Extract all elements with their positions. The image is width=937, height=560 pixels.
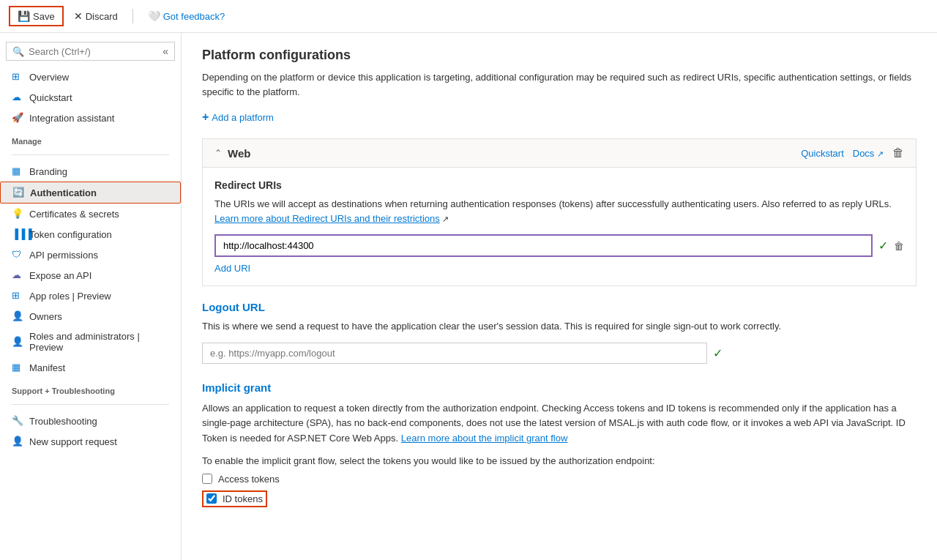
access-tokens-label: Access tokens: [218, 474, 280, 485]
branding-icon: ▦: [12, 165, 23, 177]
sidebar: 🔍 « ⊞ Overview ☁ Quickstart 🚀 Integratio…: [0, 33, 182, 560]
expose-api-icon: ☁: [12, 269, 23, 281]
quickstart-icon: ☁: [12, 92, 23, 103]
support-section-header: Support + Troubleshooting: [0, 378, 181, 398]
add-platform-button[interactable]: + Add a platform: [202, 111, 274, 124]
web-delete-button[interactable]: 🗑: [892, 146, 904, 160]
docs-external-icon: ↗: [877, 149, 884, 158]
collapse-button[interactable]: «: [163, 45, 168, 57]
web-section-body: Redirect URIs The URIs we will accept as…: [203, 168, 916, 285]
sidebar-item-label: App roles | Preview: [29, 291, 111, 302]
redirect-uris-desc: The URIs we will accept as destinations …: [214, 197, 904, 225]
sidebar-item-label: Owners: [29, 311, 62, 322]
web-section-header: ⌃ Web Quickstart Docs ↗ 🗑: [203, 139, 916, 168]
sidebar-item-label: New support request: [29, 436, 117, 447]
redirect-learn-more-link[interactable]: Learn more about Redirect URIs and their…: [214, 213, 440, 224]
save-icon: 💾: [18, 10, 30, 22]
sidebar-item-label: Branding: [29, 166, 67, 177]
feedback-button[interactable]: 🤍 Got feedback?: [141, 7, 233, 25]
add-uri-button[interactable]: Add URI: [214, 263, 250, 274]
api-perm-icon: 🛡: [12, 249, 23, 261]
logout-url-section: Logout URL This is where we send a reque…: [202, 301, 917, 364]
access-tokens-row: Access tokens: [202, 474, 917, 485]
owners-icon: 👤: [12, 310, 23, 322]
save-label: Save: [33, 11, 55, 22]
sidebar-item-expose-api[interactable]: ☁ Expose an API: [0, 265, 181, 285]
id-tokens-row: ID tokens: [202, 490, 267, 507]
sidebar-item-manifest[interactable]: ▦ Manifest: [0, 357, 181, 378]
toolbar-separator: [132, 9, 133, 23]
uri-delete-button[interactable]: 🗑: [894, 240, 904, 252]
sidebar-item-label: Roles and administrators | Preview: [29, 331, 169, 353]
troubleshooting-icon: 🔧: [12, 415, 23, 427]
main-content: Platform configurations Depending on the…: [182, 33, 937, 560]
save-button[interactable]: 💾 Save: [9, 6, 64, 26]
manage-section-header: Manage: [0, 128, 181, 149]
search-icon: 🔍: [12, 46, 24, 57]
sidebar-item-new-support[interactable]: 👤 New support request: [0, 431, 181, 452]
id-tokens-checkbox[interactable]: [206, 493, 217, 504]
sidebar-item-label: Quickstart: [29, 92, 72, 103]
logout-url-input[interactable]: [202, 343, 707, 364]
feedback-label: Got feedback?: [163, 11, 225, 22]
authentication-icon: 🔄: [12, 187, 24, 198]
implicit-grant-question: To enable the implicit grant flow, selec…: [202, 455, 917, 466]
feedback-icon: 🤍: [148, 10, 160, 22]
web-quickstart-link[interactable]: Quickstart: [801, 148, 844, 159]
sidebar-item-quickstart[interactable]: ☁ Quickstart: [0, 87, 181, 108]
sidebar-item-label: Token configuration: [29, 229, 112, 240]
discard-button[interactable]: ✕ Discard: [67, 7, 125, 25]
sidebar-item-branding[interactable]: ▦ Branding: [0, 161, 181, 182]
sidebar-item-api-perm[interactable]: 🛡 API permissions: [0, 244, 181, 265]
search-input[interactable]: [29, 46, 158, 57]
implicit-grant-title: Implicit grant: [202, 381, 917, 394]
sidebar-item-label: Authentication: [30, 187, 97, 198]
web-docs-link[interactable]: Docs ↗: [853, 148, 884, 159]
app-roles-icon: ⊞: [12, 290, 23, 302]
sidebar-item-certificates[interactable]: 💡 Certificates & secrets: [0, 204, 181, 224]
redirect-uris-title: Redirect URIs: [214, 179, 904, 191]
uri-input[interactable]: [214, 234, 873, 257]
sidebar-item-label: Certificates & secrets: [29, 209, 119, 220]
sidebar-item-authentication[interactable]: 🔄 Authentication: [0, 182, 181, 204]
logout-input-row: ✓: [202, 343, 917, 364]
sidebar-item-troubleshooting[interactable]: 🔧 Troubleshooting: [0, 411, 181, 431]
sidebar-item-overview[interactable]: ⊞ Overview: [0, 67, 181, 87]
sidebar-item-token[interactable]: ▐▐▐ Token configuration: [0, 224, 181, 244]
main-layout: 🔍 « ⊞ Overview ☁ Quickstart 🚀 Integratio…: [0, 33, 937, 560]
docs-label: Docs: [853, 148, 875, 159]
sidebar-item-owners[interactable]: 👤 Owners: [0, 306, 181, 326]
implicit-grant-desc: Allows an application to request a token…: [202, 401, 917, 447]
toolbar: 💾 Save ✕ Discard 🤍 Got feedback?: [0, 0, 937, 33]
search-box[interactable]: 🔍 «: [6, 42, 175, 61]
discard-label: Discard: [86, 11, 118, 22]
implicit-learn-more-link[interactable]: Learn more about the implicit grant flow: [401, 433, 568, 444]
discard-icon: ✕: [74, 10, 83, 22]
overview-icon: ⊞: [12, 71, 23, 83]
manifest-icon: ▦: [12, 362, 23, 373]
sidebar-item-label: Troubleshooting: [29, 416, 97, 427]
web-collapse-chevron[interactable]: ⌃: [214, 148, 222, 158]
logout-valid-check-icon: ✓: [713, 346, 723, 360]
web-section-links: Quickstart Docs ↗ 🗑: [801, 146, 904, 160]
access-tokens-checkbox[interactable]: [202, 474, 212, 484]
sidebar-item-label: API permissions: [29, 250, 98, 261]
certificates-icon: 💡: [12, 208, 23, 220]
page-desc: Depending on the platform or device this…: [202, 70, 917, 99]
sidebar-item-roles-admin[interactable]: 👤 Roles and administrators | Preview: [0, 326, 181, 357]
learn-more-external-icon: ↗: [442, 214, 449, 223]
page-title: Platform configurations: [202, 48, 917, 63]
id-tokens-label: ID tokens: [223, 493, 263, 504]
token-icon: ▐▐▐: [12, 228, 23, 240]
sidebar-item-label: Overview: [29, 72, 69, 83]
logout-url-desc: This is where we send a request to have …: [202, 319, 917, 334]
uri-valid-check-icon: ✓: [878, 239, 888, 253]
web-section-card: ⌃ Web Quickstart Docs ↗ 🗑 Redirect URIs …: [202, 138, 917, 286]
new-support-icon: 👤: [12, 436, 23, 447]
web-section-title: Web: [228, 147, 795, 160]
sidebar-item-integration[interactable]: 🚀 Integration assistant: [0, 108, 181, 128]
integration-icon: 🚀: [12, 112, 23, 124]
sidebar-item-label: Integration assistant: [29, 113, 114, 124]
support-divider: [12, 404, 169, 405]
sidebar-item-app-roles[interactable]: ⊞ App roles | Preview: [0, 285, 181, 306]
